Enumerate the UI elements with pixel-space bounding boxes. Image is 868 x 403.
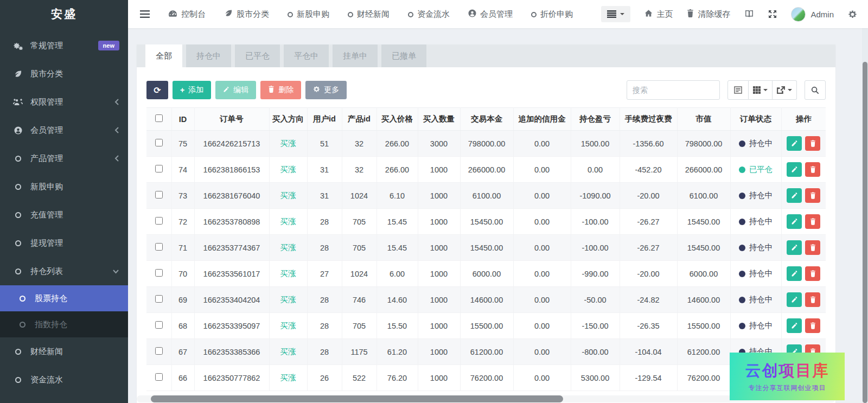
column-header: 用户id xyxy=(307,108,342,131)
hamburger-menu-icon[interactable] xyxy=(140,10,150,18)
delete-button[interactable]: 删除 xyxy=(260,81,301,99)
tab-全部[interactable]: 全部 xyxy=(145,44,182,67)
clear-cache-link[interactable]: 清除缓存 xyxy=(687,9,730,20)
sidebar-item-会员管理[interactable]: 会员管理 xyxy=(0,116,128,144)
cell-order_no: 1662353774367 xyxy=(194,235,269,261)
select-all-checkbox[interactable] xyxy=(155,114,163,122)
navbar-links: 控制台股市分类新股申购财经新闻资金流水会员管理折价申购 xyxy=(128,9,573,20)
cell-credit: 0.00 xyxy=(513,183,571,209)
row-delete-button[interactable] xyxy=(805,162,820,177)
column-header: 持仓盈亏 xyxy=(571,108,620,131)
sidebar-item-提现管理[interactable]: 提现管理 xyxy=(0,229,128,257)
row-checkbox[interactable] xyxy=(155,347,163,355)
sidebar-item-新股申购[interactable]: 新股申购 xyxy=(0,172,128,201)
cell-id: 74 xyxy=(171,157,194,183)
cell-id: 69 xyxy=(171,287,194,313)
row-delete-button[interactable] xyxy=(805,266,820,281)
row-delete-button[interactable] xyxy=(805,318,820,333)
edit-button[interactable]: 编辑 xyxy=(215,81,256,99)
cell-buy_qty: 1000 xyxy=(418,339,460,365)
cell-order_no: 1662426215713 xyxy=(194,131,269,157)
row-checkbox[interactable] xyxy=(155,321,163,329)
sidebar-item-产品管理[interactable]: 产品管理 xyxy=(0,144,128,172)
tab-挂单中[interactable]: 挂单中 xyxy=(333,44,378,67)
row-edit-button[interactable] xyxy=(787,162,802,177)
sidebar-item-label: 提现管理 xyxy=(30,238,63,248)
row-edit-button[interactable] xyxy=(787,188,802,203)
cell-principal: 6000.00 xyxy=(460,261,513,287)
row-edit-button[interactable] xyxy=(787,214,802,229)
row-edit-button[interactable] xyxy=(787,318,802,333)
nav-item-控制台[interactable]: 控制台 xyxy=(168,9,206,20)
nav-item-新股申购[interactable]: 新股申购 xyxy=(288,9,329,20)
row-delete-button[interactable] xyxy=(805,292,820,307)
sidebar-item-label: 权限管理 xyxy=(30,97,63,107)
horizontal-scrollbar-thumb[interactable] xyxy=(151,395,563,402)
sidebar-item-充值管理[interactable]: 充值管理 xyxy=(0,201,128,229)
row-delete-button[interactable] xyxy=(805,240,820,255)
content-card: 全部持仓中已平仓平仓中挂单中已撤单 ⟳ + 添加 编辑 删除 更多 xyxy=(137,44,835,403)
row-checkbox[interactable] xyxy=(155,191,163,199)
nav-item-折价申购[interactable]: 折价申购 xyxy=(531,9,573,20)
vertical-scrollbar-track[interactable] xyxy=(862,28,868,403)
watermark-subtitle: 专注分享互联网创业项目 xyxy=(749,383,826,393)
tab-已撤单[interactable]: 已撤单 xyxy=(381,44,426,67)
row-checkbox[interactable] xyxy=(155,139,163,146)
quick-menu-button[interactable] xyxy=(601,6,630,22)
settings-gear-icon[interactable] xyxy=(848,10,857,19)
more-button[interactable]: 更多 xyxy=(305,81,347,99)
sidebar-item-持仓列表[interactable]: 持仓列表 xyxy=(0,257,128,285)
nav-item-财经新闻[interactable]: 财经新闻 xyxy=(348,9,390,20)
row-checkbox[interactable] xyxy=(155,243,163,251)
cell-buy_qty: 1000 xyxy=(418,313,460,339)
language-icon[interactable] xyxy=(744,10,754,18)
row-delete-button[interactable] xyxy=(805,136,820,151)
columns-button[interactable] xyxy=(749,80,773,100)
avatar xyxy=(791,7,806,22)
plus-icon: + xyxy=(180,86,184,94)
cell-fee: -452.20 xyxy=(620,157,677,183)
vertical-scrollbar-thumb[interactable] xyxy=(863,62,867,403)
refresh-button[interactable]: ⟳ xyxy=(146,81,168,99)
row-checkbox[interactable] xyxy=(155,217,163,225)
sidebar-item-资金流水[interactable]: 资金流水 xyxy=(0,366,128,394)
status-badge: 持仓中 xyxy=(739,216,773,227)
home-link[interactable]: 主页 xyxy=(644,9,673,20)
search-icon-button[interactable] xyxy=(805,80,826,100)
cell-product_id: 32 xyxy=(342,157,376,183)
row-checkbox[interactable] xyxy=(155,165,163,172)
tab-已平仓[interactable]: 已平仓 xyxy=(235,44,280,67)
tab-平仓中[interactable]: 平仓中 xyxy=(284,44,329,67)
cell-direction: 买涨 xyxy=(269,365,307,391)
export-button[interactable] xyxy=(773,80,797,100)
row-edit-button[interactable] xyxy=(787,292,802,307)
row-checkbox[interactable] xyxy=(155,269,163,277)
nav-item-label: 股市分类 xyxy=(237,9,269,20)
nav-item-股市分类[interactable]: 股市分类 xyxy=(224,9,269,20)
nav-item-资金流水[interactable]: 资金流水 xyxy=(408,9,450,20)
sidebar-item-权限管理[interactable]: 权限管理 xyxy=(0,88,128,116)
nav-item-会员管理[interactable]: 会员管理 xyxy=(468,9,513,20)
search-input[interactable] xyxy=(627,80,720,100)
tab-持仓中[interactable]: 持仓中 xyxy=(186,44,231,67)
row-edit-button[interactable] xyxy=(787,240,802,255)
row-delete-button[interactable] xyxy=(805,214,820,229)
sidebar-menu: 常规管理new股市分类权限管理会员管理产品管理新股申购充值管理提现管理持仓列表股… xyxy=(0,31,128,394)
user-menu[interactable]: Admin xyxy=(791,7,834,22)
fullscreen-icon[interactable] xyxy=(768,10,777,18)
row-checkbox[interactable] xyxy=(155,373,163,381)
sidebar-subitem-股票持仓[interactable]: 股票持仓 xyxy=(0,285,128,311)
table-row: 671662353385366买涨28117561.20100061200.00… xyxy=(146,339,826,365)
sidebar-subitem-指数持仓[interactable]: 指数持仓 xyxy=(0,311,128,337)
sidebar-item-常规管理[interactable]: 常规管理new xyxy=(0,31,128,60)
sidebar-item-股市分类[interactable]: 股市分类 xyxy=(0,60,128,88)
detail-view-button[interactable] xyxy=(727,80,749,100)
cell-id: 66 xyxy=(171,365,194,391)
sidebar-item-财经新闻[interactable]: 财经新闻 xyxy=(0,337,128,366)
row-checkbox[interactable] xyxy=(155,295,163,303)
row-edit-button[interactable] xyxy=(787,136,802,151)
add-button[interactable]: + 添加 xyxy=(173,81,211,99)
watermark-title: 云创项目库 xyxy=(745,360,829,382)
row-delete-button[interactable] xyxy=(805,188,820,203)
row-edit-button[interactable] xyxy=(787,266,802,281)
